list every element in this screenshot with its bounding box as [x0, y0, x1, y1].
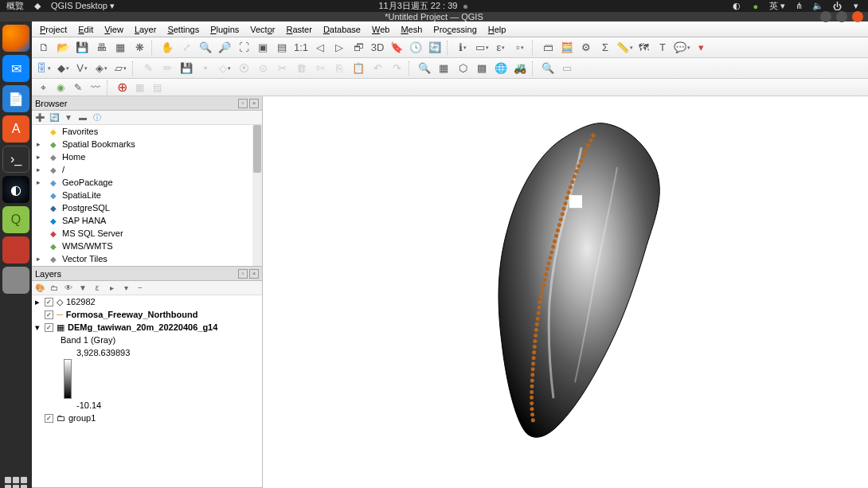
toolbox-button[interactable]: ⚙ [577, 39, 595, 57]
browser-item-6[interactable]: ◆PostgreSQL [32, 201, 262, 214]
refresh-button[interactable]: 🔄 [426, 39, 444, 57]
add-feature-button[interactable]: • [197, 60, 214, 77]
annotation-button[interactable]: 💬 [673, 39, 690, 57]
launcher-app-icon[interactable] [2, 236, 29, 264]
save-project-button[interactable]: 💾 [73, 39, 91, 57]
layers-remove-button[interactable]: − [134, 282, 147, 295]
undo-button[interactable]: ↶ [369, 60, 386, 77]
browser-float-button[interactable]: ▫ [238, 99, 248, 108]
browser-item-7[interactable]: ◆SAP HANA [32, 214, 262, 227]
layers-tree[interactable]: ▸✓◇162982 ✓─Formosa_Freeway_Northbound ▾… [32, 295, 262, 487]
layer-group-checkbox[interactable]: ✓ [45, 414, 53, 423]
steam-tray-icon[interactable]: ◐ [731, 1, 742, 12]
clock[interactable]: 11月3日週五 22 : 39 [378, 1, 457, 10]
launcher-qgis-icon[interactable]: Q [2, 206, 29, 233]
zoom-next-button[interactable]: ▷ [330, 39, 348, 57]
menu-layer[interactable]: Layer [130, 23, 162, 36]
app-menu[interactable]: QGIS Desktop ▾ [51, 1, 115, 11]
modify-button[interactable]: ✂ [273, 60, 291, 77]
browser-tree[interactable]: ◆Favorites▸◆Spatial Bookmarks▸◆Home▸◆/▸◆… [32, 125, 262, 266]
layers-close-button[interactable]: × [249, 269, 259, 279]
new-virtual-layer-button[interactable]: ▱ [111, 60, 129, 77]
browser-add-button[interactable]: ➕ [33, 111, 46, 124]
toggle-editing-button[interactable]: ✏ [158, 60, 176, 77]
zoom-out-button[interactable]: 🔎 [216, 39, 233, 57]
menu-edit[interactable]: Edit [73, 23, 98, 36]
pan-selection-button[interactable]: ⤢ [178, 39, 195, 57]
snapping-button[interactable]: ⌖ [35, 80, 51, 96]
annotation-text-button[interactable]: T [654, 39, 671, 57]
menu-view[interactable]: View [100, 23, 128, 36]
pan-button[interactable]: ✋ [158, 39, 176, 57]
browser-filter-button[interactable]: ▼ [62, 111, 75, 124]
add-plugin-button[interactable]: ⊕ [114, 80, 130, 96]
paste-button[interactable]: 📋 [350, 60, 367, 77]
redo-button[interactable]: ↷ [388, 60, 405, 77]
layers-expression-button[interactable]: ε [91, 282, 104, 295]
style-manager-button[interactable]: ❋ [131, 39, 148, 57]
zoom-layer-button[interactable]: ▤ [273, 39, 291, 57]
menu-processing[interactable]: Processing [428, 23, 481, 36]
activities-label[interactable]: 概覽 [6, 0, 24, 12]
select-button[interactable]: ▭ [473, 39, 491, 57]
system-menu-icon[interactable]: ▾ [850, 1, 862, 12]
browser-item-10[interactable]: ▸◆Vector Tiles [32, 252, 262, 265]
layer-3-checkbox[interactable]: ✓ [45, 323, 53, 332]
menu-database[interactable]: Database [319, 23, 366, 36]
save-edits-button[interactable]: 💾 [178, 60, 195, 77]
deselect-button[interactable]: ▫ [511, 39, 529, 57]
tractor-button[interactable]: 🚜 [511, 60, 529, 77]
statistics-button[interactable]: Σ [596, 39, 614, 57]
menu-plugins[interactable]: Plugins [205, 23, 244, 36]
vertex-tool-button[interactable]: ⦿ [235, 60, 252, 77]
layers-expand-button[interactable]: ▸ [105, 282, 118, 295]
browser-item-3[interactable]: ▸◆/ [32, 163, 262, 176]
new-3d-view-button[interactable]: 3D [369, 39, 386, 57]
measure-button[interactable]: 📏 [616, 39, 633, 57]
tracing-button[interactable]: ◉ [53, 80, 68, 96]
map-canvas[interactable] [263, 96, 868, 488]
wms-button[interactable]: 🌐 [492, 60, 510, 77]
new-shapefile-button[interactable]: V [73, 60, 91, 77]
browser-item-2[interactable]: ▸◆Home [32, 150, 262, 163]
launcher-files-icon[interactable] [2, 267, 29, 294]
new-project-button[interactable]: 🗋 [35, 39, 53, 57]
cut-button[interactable]: ✄ [311, 60, 329, 77]
layers-float-button[interactable]: ▫ [238, 269, 248, 279]
plugin-btn-1[interactable]: ▦ [131, 80, 147, 96]
zoom-native-button[interactable]: 1:1 [292, 39, 310, 57]
launcher-software-icon[interactable]: A [2, 115, 29, 142]
browser-properties-button[interactable]: ⓘ [91, 111, 104, 124]
field-calculator-button[interactable]: 🧮 [558, 39, 576, 57]
temporal-button[interactable]: 🕓 [407, 39, 424, 57]
window-maximize-button[interactable] [836, 11, 847, 22]
new-map-view-button[interactable]: 🗗 [350, 39, 367, 57]
browser-collapse-button[interactable]: ▬ [76, 111, 89, 124]
new-bookmark-button[interactable]: 🔖 [388, 39, 405, 57]
window-minimize-button[interactable] [820, 11, 831, 22]
new-geopackage-button[interactable]: ◆ [54, 60, 72, 77]
menu-raster[interactable]: Raster [281, 23, 316, 36]
plugin-btn-2[interactable]: ▤ [149, 80, 165, 96]
browser-item-4[interactable]: ▸◆GeoPackage [32, 176, 262, 189]
layers-add-group-button[interactable]: 🗀 [48, 282, 61, 295]
mesh-button[interactable]: ▩ [473, 60, 491, 77]
xyz-button[interactable]: ▦ [435, 60, 452, 77]
zoom-full-button[interactable]: ⛶ [235, 39, 252, 57]
network-button[interactable]: ⬡ [454, 60, 471, 77]
digitize-button[interactable]: ◇ [216, 60, 233, 77]
menu-mesh[interactable]: Mesh [396, 23, 427, 36]
browser-item-1[interactable]: ▸◆Spatial Bookmarks [32, 138, 262, 150]
power-icon[interactable]: ⏻ [831, 1, 843, 12]
select-value-button[interactable]: ε [492, 39, 510, 57]
delete-button[interactable]: 🗑 [292, 60, 310, 77]
browser-scrollbar[interactable] [252, 125, 262, 266]
vertex-tool-all-button[interactable]: ⊙ [254, 60, 272, 77]
layers-filter-button[interactable]: ▼ [76, 282, 89, 295]
attribute-table-button[interactable]: 🗃 [539, 39, 557, 57]
menu-settings[interactable]: Settings [162, 23, 204, 36]
browser-refresh-button[interactable]: 🔄 [48, 111, 61, 124]
help-button[interactable]: ▭ [558, 60, 576, 77]
osm-search-button[interactable]: 🔍 [416, 60, 433, 77]
data-source-manager-button[interactable]: 🗄 [35, 60, 53, 77]
